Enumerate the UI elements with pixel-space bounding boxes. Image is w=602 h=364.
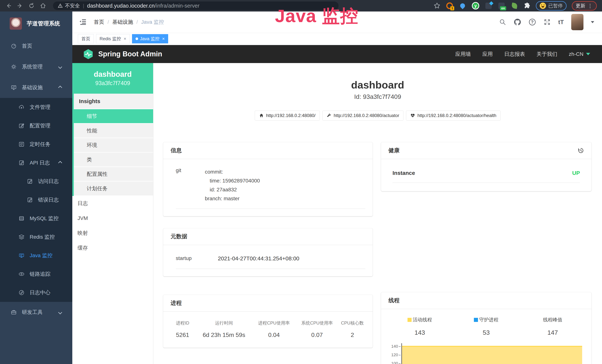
- sidebar-item-errorlog[interactable]: 错误日志: [0, 191, 72, 209]
- row-divider: [176, 209, 365, 209]
- instance-urls: http://192.168.0.2:48080/ http://192.168…: [153, 110, 602, 120]
- sidebar-item-home[interactable]: 首页: [0, 36, 72, 56]
- page-id: Id: 93a3fc7f7409: [153, 93, 602, 100]
- close-icon[interactable]: ×: [162, 36, 165, 41]
- threads-card: 线程 活动线程 143 守护进程: [381, 292, 591, 364]
- tab-redis[interactable]: Redis 监控×: [96, 34, 130, 43]
- gear-icon: [11, 64, 17, 70]
- menu-dots-icon[interactable]: ⋮: [588, 3, 593, 9]
- extension-y-icon[interactable]: y: [472, 2, 479, 10]
- sidebar-item-accesslog[interactable]: 访问日志: [0, 172, 72, 191]
- home-icon[interactable]: [40, 2, 46, 9]
- sba-brand[interactable]: Spring Boot Admin: [83, 49, 162, 60]
- sidebar-item-logcenter[interactable]: 日志中心: [0, 283, 72, 302]
- sidebar-item-infra[interactable]: 基础设施: [0, 77, 72, 98]
- sidebar-item-system[interactable]: 系统管理: [0, 56, 72, 77]
- sba-nav-wallboard[interactable]: 应用墙: [455, 51, 471, 58]
- instance-header: dashboard 93a3fc7f7409: [72, 63, 153, 94]
- tags-view: 首页 Redis 监控× Java 监控×: [72, 33, 602, 45]
- sba-nav-journal[interactable]: 日志报表: [504, 51, 525, 58]
- eye-icon: [19, 271, 24, 277]
- instance-id: 93a3fc7f7409: [95, 80, 130, 86]
- bookmark-star-icon[interactable]: [433, 2, 441, 9]
- sidebar-item-devtools[interactable]: 研发工具: [0, 302, 72, 323]
- sba-menu-scheduled-tasks[interactable]: 计划任务: [74, 182, 153, 196]
- help-icon[interactable]: ?: [528, 18, 536, 26]
- back-icon[interactable]: [5, 2, 12, 9]
- github-icon[interactable]: [514, 18, 521, 26]
- locale-select[interactable]: zh-CN: [569, 51, 590, 57]
- sba-menu-config-props[interactable]: 配置属性: [74, 167, 153, 182]
- info-card-title: 信息: [171, 147, 182, 154]
- sba-menu-details[interactable]: 细节: [74, 109, 153, 124]
- legend-square-blue: [474, 318, 478, 322]
- profile-paused-pill[interactable]: 已暂停: [536, 1, 567, 11]
- chevron-down-icon: [58, 310, 62, 314]
- font-size-icon[interactable]: tT: [558, 19, 564, 26]
- breadcrumb-infra[interactable]: 基础设施: [112, 19, 133, 26]
- extension-orange-icon[interactable]: 1: [446, 2, 453, 10]
- sidebar-item-job[interactable]: 定时任务: [0, 135, 72, 153]
- reload-icon[interactable]: [28, 2, 35, 9]
- health-instance-label: Instance: [392, 170, 415, 176]
- extension-on-icon[interactable]: on: [498, 2, 505, 10]
- metadata-row-label: startup: [171, 255, 218, 262]
- extension-grid-icon[interactable]: [485, 2, 493, 10]
- sba-menu-logs[interactable]: 日志: [72, 196, 153, 211]
- sidebar-item-apilog[interactable]: API 日志: [0, 153, 72, 172]
- hamburger-icon[interactable]: [79, 18, 87, 26]
- sba-nav-about[interactable]: 关于我们: [537, 51, 557, 58]
- threads-card-title: 线程: [388, 297, 399, 304]
- breadcrumb-separator: /: [108, 19, 109, 25]
- chart-plot-area: [401, 343, 582, 364]
- health-card: 健康 Instance: [381, 142, 591, 191]
- info-row-value: commit: time: 1596289704000 id: 27aa832 …: [205, 167, 260, 203]
- tab-java[interactable]: Java 监控×: [132, 34, 168, 43]
- sba-menu-performance[interactable]: 性能: [74, 124, 153, 138]
- update-browser-button[interactable]: 更新 ⋮: [572, 1, 597, 11]
- extension-leaf-icon[interactable]: [511, 2, 518, 10]
- extension-pin-icon[interactable]: [459, 2, 466, 10]
- sidebar-item-redis[interactable]: Redis 监控: [0, 228, 72, 246]
- sidebar-item-mysql[interactable]: MySQL 监控: [0, 209, 72, 228]
- sba-menu-jvm[interactable]: JVM: [72, 211, 153, 226]
- actuator-url-button[interactable]: http://192.168.0.2:48080/actuator: [322, 110, 404, 120]
- log-edit-icon: [27, 178, 33, 184]
- process-table: 进程ID5261 运行时间6d 23h 15m 59s 进程CPU使用率0.04…: [170, 320, 366, 338]
- sba-menu-classes[interactable]: 类: [74, 153, 153, 167]
- sidebar-item-trace[interactable]: 链路追踪: [0, 265, 72, 283]
- info-row-label: git: [171, 167, 205, 203]
- service-url-button[interactable]: http://192.168.0.2:48080/: [255, 110, 320, 120]
- instance-name: dashboard: [94, 70, 132, 78]
- sidebar-item-config[interactable]: 配置管理: [0, 117, 72, 135]
- cloud-upload-icon: [19, 104, 24, 110]
- sba-menu-mappings[interactable]: 映射: [72, 226, 153, 240]
- process-card-title: 进程: [171, 299, 182, 307]
- app-sidebar: 芋道管理系统 首页 系统管理 基础设施 文件管理: [0, 11, 72, 364]
- sidebar-item-java[interactable]: Java 监控: [0, 246, 72, 265]
- forward-icon[interactable]: [17, 2, 23, 9]
- security-warning[interactable]: 不安全: [58, 2, 80, 9]
- fullscreen-icon[interactable]: [543, 18, 551, 26]
- caret-down-icon: [586, 53, 590, 55]
- avatar-caret-icon[interactable]: [591, 21, 594, 23]
- app-logo-row[interactable]: 芋道管理系统: [0, 11, 72, 36]
- sba-menu-caches[interactable]: 缓存: [72, 240, 153, 255]
- history-icon[interactable]: [578, 147, 584, 154]
- sba-menu-environment[interactable]: 环境: [74, 138, 153, 153]
- sidebar-item-file[interactable]: 文件管理: [0, 98, 72, 117]
- tab-home[interactable]: 首页: [78, 34, 94, 43]
- timer-icon: [19, 141, 24, 147]
- sba-header: Spring Boot Admin 应用墙 应用 日志报表 关于我们 zh-CN: [72, 45, 602, 63]
- url-path: /infra/admin-server: [155, 3, 200, 9]
- extensions-puzzle-icon[interactable]: [524, 2, 531, 9]
- breadcrumb-home[interactable]: 首页: [94, 19, 104, 26]
- health-url-button[interactable]: http://192.168.0.2:48080/actuator/health: [406, 110, 501, 120]
- chrome-toolbar-right: 1 y on 已暂停 更新 ⋮: [433, 1, 597, 11]
- close-icon[interactable]: ×: [124, 36, 126, 41]
- sba-nav-applications[interactable]: 应用: [483, 51, 493, 58]
- extension-on-badge: on: [500, 6, 506, 11]
- breadcrumb-current: Java 监控: [141, 19, 164, 26]
- search-icon[interactable]: [499, 18, 506, 26]
- user-avatar[interactable]: [571, 14, 583, 30]
